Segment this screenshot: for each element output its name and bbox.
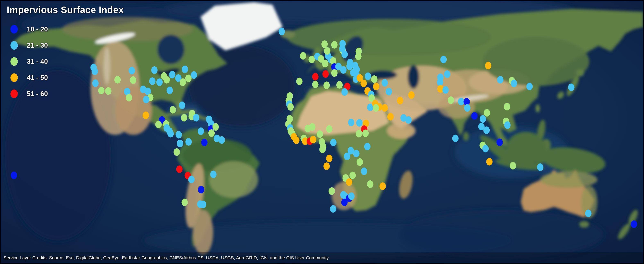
map-point[interactable]	[348, 192, 354, 200]
map-point[interactable]	[484, 109, 490, 117]
map-point[interactable]	[448, 96, 454, 104]
map-point[interactable]	[331, 69, 338, 77]
map-point[interactable]	[208, 129, 215, 137]
map-point[interactable]	[174, 148, 180, 156]
map-point[interactable]	[464, 104, 470, 112]
map-point[interactable]	[168, 130, 174, 137]
map-point[interactable]	[341, 199, 348, 206]
map-point[interactable]	[497, 76, 504, 84]
map-point[interactable]	[142, 112, 149, 119]
map-point[interactable]	[361, 167, 367, 175]
map-point[interactable]	[386, 88, 392, 95]
map-point[interactable]	[344, 153, 350, 160]
map-point[interactable]	[308, 56, 315, 63]
map-point[interactable]	[177, 139, 183, 147]
map-point[interactable]	[326, 155, 332, 162]
map-point[interactable]	[331, 41, 338, 49]
map-point[interactable]	[149, 77, 156, 85]
map-point[interactable]	[585, 210, 591, 217]
map-point[interactable]	[496, 138, 503, 146]
map-point[interactable]	[388, 113, 394, 121]
map-point[interactable]	[201, 139, 208, 146]
map-point[interactable]	[200, 201, 206, 208]
map-point[interactable]	[128, 67, 135, 74]
map-point[interactable]	[373, 104, 379, 112]
map-point[interactable]	[164, 76, 170, 84]
map-point[interactable]	[312, 73, 318, 81]
map-point[interactable]	[526, 83, 533, 90]
map-point[interactable]	[279, 28, 285, 35]
legend-item-41-50[interactable]: 41 - 50	[7, 69, 124, 86]
map-point[interactable]	[176, 131, 182, 138]
map-point[interactable]	[319, 145, 326, 153]
map-point[interactable]	[310, 136, 316, 143]
map-point[interactable]	[397, 97, 404, 104]
map-point[interactable]	[382, 79, 388, 87]
map-point[interactable]	[300, 52, 306, 59]
map-point[interactable]	[371, 75, 378, 83]
map-point[interactable]	[188, 176, 195, 183]
map-point[interactable]	[143, 96, 149, 103]
map-point[interactable]	[328, 187, 335, 195]
map-point[interactable]	[382, 104, 388, 112]
map-point[interactable]	[373, 83, 380, 90]
map-point[interactable]	[312, 81, 318, 88]
map-point[interactable]	[309, 123, 316, 131]
map-point[interactable]	[360, 80, 367, 87]
map-point[interactable]	[317, 130, 323, 138]
map-point[interactable]	[323, 82, 330, 89]
map-point[interactable]	[198, 186, 204, 193]
map-point[interactable]	[442, 86, 449, 94]
map-point[interactable]	[126, 94, 132, 102]
map-point[interactable]	[340, 66, 346, 74]
legend-item-31-40[interactable]: 31 - 40	[7, 53, 124, 69]
map-point[interactable]	[482, 145, 489, 152]
map-point[interactable]	[322, 70, 329, 78]
map-point[interactable]	[408, 91, 415, 99]
map-point[interactable]	[296, 78, 303, 85]
map-point[interactable]	[336, 81, 342, 89]
map-point[interactable]	[348, 119, 354, 126]
map-point[interactable]	[156, 78, 162, 86]
map-point[interactable]	[11, 172, 17, 179]
map-point[interactable]	[480, 115, 486, 123]
map-point[interactable]	[167, 87, 173, 94]
map-point[interactable]	[353, 149, 359, 157]
map-point[interactable]	[193, 114, 200, 122]
map-point[interactable]	[504, 103, 510, 110]
map-point[interactable]	[364, 143, 370, 150]
map-point[interactable]	[324, 47, 330, 55]
map-point[interactable]	[293, 136, 300, 144]
map-point[interactable]	[180, 78, 186, 86]
map-point[interactable]	[356, 158, 363, 166]
legend-item-10-20[interactable]: 10 - 20	[7, 21, 124, 37]
map-point[interactable]	[323, 162, 330, 170]
map-point[interactable]	[326, 125, 332, 133]
legend-item-21-30[interactable]: 21 - 30	[7, 37, 124, 53]
map-point[interactable]	[169, 71, 176, 78]
map-point[interactable]	[288, 103, 294, 111]
map-point[interactable]	[182, 199, 188, 206]
map-point[interactable]	[380, 182, 386, 190]
map-point[interactable]	[151, 66, 158, 74]
map-point[interactable]	[504, 121, 511, 129]
map-point[interactable]	[182, 66, 188, 73]
map-point[interactable]	[130, 76, 136, 84]
map-point[interactable]	[198, 128, 204, 135]
map-point[interactable]	[330, 139, 336, 146]
map-point[interactable]	[440, 56, 446, 63]
map-point[interactable]	[155, 121, 162, 128]
legend-item-51-60[interactable]: 51 - 60	[7, 86, 124, 102]
map-point[interactable]	[185, 75, 192, 82]
map-point[interactable]	[568, 84, 574, 91]
map-point[interactable]	[486, 158, 493, 165]
map-point[interactable]	[176, 165, 183, 173]
map-point[interactable]	[218, 136, 225, 144]
map-point[interactable]	[367, 180, 373, 188]
map-point[interactable]	[170, 106, 176, 113]
map-point[interactable]	[341, 88, 348, 96]
map-point[interactable]	[339, 45, 346, 52]
map-point[interactable]	[179, 101, 185, 109]
map-point[interactable]	[537, 163, 543, 171]
map-point[interactable]	[485, 62, 492, 69]
